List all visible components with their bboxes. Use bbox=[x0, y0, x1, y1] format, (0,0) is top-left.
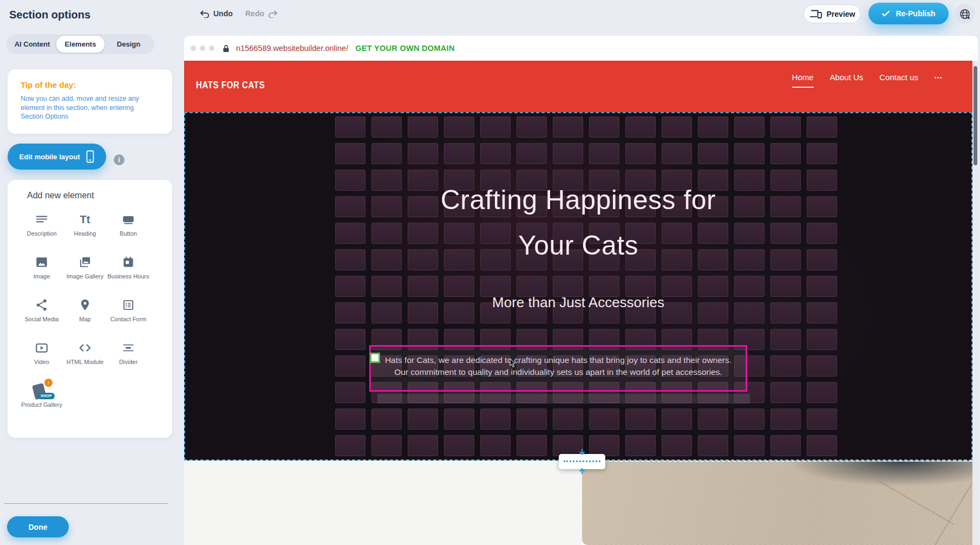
element-item-button[interactable]: Button bbox=[107, 210, 150, 253]
grid-cell bbox=[553, 408, 583, 430]
grid-cell bbox=[807, 116, 837, 138]
grid-cell bbox=[480, 408, 511, 430]
scrollbar-thumb[interactable] bbox=[974, 66, 977, 165]
element-item-description[interactable]: Description bbox=[20, 210, 63, 253]
heading-icon: Tt bbox=[80, 210, 90, 229]
element-item-product-gallery[interactable]: ↑SHOPProduct Gallery bbox=[20, 381, 63, 424]
get-domain-link[interactable]: GET YOUR OWN DOMAIN bbox=[355, 44, 454, 53]
element-item-video[interactable]: Video bbox=[20, 339, 63, 381]
element-item-business-hours[interactable]: Business Hours bbox=[107, 253, 150, 296]
hero-section[interactable]: Crafting Happiness for Your Cats More th… bbox=[184, 112, 972, 460]
element-item-social-media[interactable]: Social Media bbox=[20, 296, 63, 339]
grid-cell bbox=[517, 408, 547, 430]
grid-cell bbox=[807, 382, 837, 403]
check-icon bbox=[881, 10, 890, 17]
browser-dot bbox=[200, 46, 205, 51]
tile-seam bbox=[934, 476, 972, 545]
site-logo: HATS FOR CATS bbox=[196, 79, 265, 90]
element-item-image[interactable]: Image bbox=[20, 253, 63, 296]
grid-cell bbox=[807, 355, 837, 377]
tip-body: Now you can add, move and resize any ele… bbox=[21, 94, 157, 121]
undo-button[interactable]: Undo bbox=[200, 9, 233, 18]
site-preview-canvas: n1566589.websitebuilder.online/ GET YOUR… bbox=[184, 36, 978, 545]
element-item-heading[interactable]: TtHeading bbox=[63, 210, 107, 253]
nav-more-button[interactable]: ••• bbox=[935, 75, 943, 86]
grid-cell bbox=[480, 435, 511, 456]
grid-cell bbox=[589, 408, 619, 430]
grid-cell bbox=[553, 116, 583, 138]
grid-cell bbox=[408, 143, 438, 164]
grid-cell bbox=[662, 435, 692, 456]
element-item-image-gallery[interactable]: Image Gallery bbox=[63, 253, 107, 296]
tab-elements[interactable]: Elements bbox=[56, 36, 104, 53]
product-gallery-icon: ↑SHOP bbox=[32, 381, 51, 400]
redo-button[interactable]: Redo bbox=[245, 9, 278, 18]
divider-icon bbox=[121, 339, 135, 357]
hero-subtitle[interactable]: More than Just Accessories bbox=[185, 292, 971, 313]
done-button[interactable]: Done bbox=[7, 516, 69, 537]
element-item-divider[interactable]: Divider bbox=[107, 339, 150, 381]
globe-icon bbox=[959, 8, 971, 20]
republish-button[interactable]: Re-Publish bbox=[868, 3, 949, 24]
browser-dot bbox=[209, 46, 214, 51]
element-item-html-module[interactable]: HTML Module bbox=[63, 339, 107, 381]
description-icon bbox=[35, 210, 49, 229]
grid-cell bbox=[589, 116, 619, 138]
grid-cell bbox=[335, 355, 365, 377]
tab-design[interactable]: Design bbox=[104, 36, 153, 53]
tile-seam bbox=[874, 478, 954, 525]
contact-form-icon bbox=[121, 296, 135, 314]
next-section-white-area[interactable] bbox=[184, 460, 582, 545]
grid-cell bbox=[807, 408, 837, 430]
grid-cell bbox=[734, 435, 765, 456]
info-icon[interactable]: i bbox=[114, 154, 125, 165]
resize-dashed-line bbox=[564, 460, 600, 462]
section-resize-handle[interactable] bbox=[559, 454, 605, 469]
preview-button[interactable]: Preview bbox=[803, 4, 861, 23]
grid-cell bbox=[371, 143, 402, 164]
next-section-floor-image[interactable] bbox=[582, 460, 972, 545]
arrow-down-icon bbox=[578, 449, 586, 456]
sidebar-divider bbox=[4, 503, 168, 504]
grid-cell bbox=[444, 116, 474, 138]
add-element-panel: Add new element DescriptionTtHeadingButt… bbox=[8, 180, 172, 438]
app-window: Section options Undo Redo Preview Re-Pub… bbox=[0, 0, 980, 545]
tab-ai-content[interactable]: AI Content bbox=[8, 36, 56, 53]
site-url: n1566589.websitebuilder.online/ bbox=[236, 44, 348, 53]
site-nav-wrap: HomeAbout UsContact us ••• bbox=[792, 73, 943, 88]
element-item-contact-form[interactable]: Contact Form bbox=[107, 296, 150, 339]
grid-cell bbox=[770, 382, 801, 403]
element-drag-handle[interactable] bbox=[370, 353, 380, 363]
arrow-up-icon bbox=[578, 467, 586, 474]
edit-mobile-layout-button[interactable]: Edit mobile layout bbox=[8, 144, 106, 170]
grid-cell bbox=[444, 435, 474, 456]
site-nav: HomeAbout UsContact us bbox=[792, 73, 918, 88]
sidebar-tabs: AI Content Elements Design bbox=[6, 34, 154, 54]
site-header[interactable]: HATS FOR CATS HomeAbout UsContact us ••• bbox=[184, 61, 972, 112]
grid-cell bbox=[480, 143, 511, 164]
hero-title[interactable]: Crafting Happiness for Your Cats bbox=[185, 177, 971, 268]
grid-cell bbox=[625, 143, 656, 164]
nav-item-about-us[interactable]: About Us bbox=[830, 73, 864, 88]
grid-cell bbox=[480, 116, 511, 138]
grid-cell bbox=[734, 116, 765, 138]
grid-cell bbox=[698, 116, 728, 138]
nav-item-contact-us[interactable]: Contact us bbox=[879, 73, 918, 88]
image-icon bbox=[35, 253, 49, 271]
page-title: Section options bbox=[9, 9, 90, 21]
language-globe-button[interactable] bbox=[955, 4, 975, 24]
grid-cell bbox=[662, 143, 692, 164]
grid-cell bbox=[444, 143, 474, 164]
grid-cell bbox=[408, 408, 438, 430]
grid-cell bbox=[444, 408, 474, 430]
grid-cell bbox=[770, 329, 801, 350]
element-item-map[interactable]: Map bbox=[63, 296, 107, 339]
selected-text-element[interactable]: Hats for Cats, we are dedicated to craft… bbox=[369, 345, 747, 392]
scrollbar-track[interactable] bbox=[972, 61, 978, 545]
browser-bar: n1566589.websitebuilder.online/ GET YOUR… bbox=[184, 36, 978, 61]
grid-cell bbox=[589, 435, 619, 456]
nav-item-home[interactable]: Home bbox=[792, 73, 814, 88]
mouse-cursor bbox=[509, 358, 518, 369]
tip-of-the-day-card: Tip of the day: Now you can add, move an… bbox=[8, 69, 172, 134]
video-icon bbox=[35, 339, 49, 357]
